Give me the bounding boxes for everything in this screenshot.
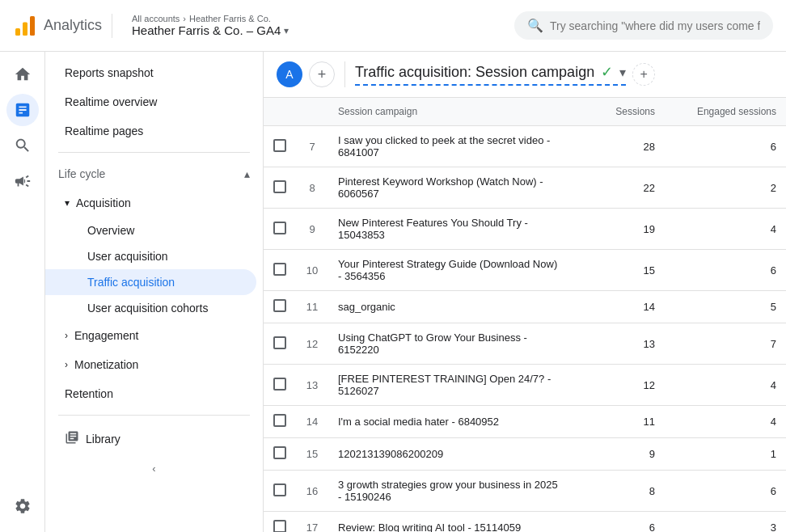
row-checkbox-cell[interactable]	[264, 291, 296, 323]
sidebar-item-user-acquisition-cohorts[interactable]: User acquisition cohorts	[45, 295, 263, 321]
row-engaged-sessions: 6	[665, 471, 786, 512]
advertising-nav-button[interactable]	[6, 165, 39, 197]
home-nav-button[interactable]	[6, 58, 39, 91]
row-number: 14	[296, 406, 328, 438]
logo: Analytics	[13, 14, 112, 38]
row-checkbox[interactable]	[273, 378, 286, 391]
row-number: 8	[296, 167, 328, 209]
row-campaign-name: I saw you clicked to peek at the secret …	[328, 126, 568, 167]
acquisition-group: ▾ Acquisition Overview User acquisition …	[45, 188, 263, 321]
title-dropdown-icon[interactable]: ▾	[619, 65, 626, 80]
table-row: 7 I saw you clicked to peek at the secre…	[264, 126, 786, 167]
sidebar-item-user-acquisition[interactable]: User acquisition	[45, 243, 263, 269]
row-number: 11	[296, 291, 328, 323]
row-checkbox[interactable]	[273, 414, 286, 427]
row-sessions: 12	[568, 365, 665, 406]
row-checkbox[interactable]	[273, 520, 286, 532]
sidebar-item-reports-snapshot[interactable]: Reports snapshot	[45, 58, 263, 87]
col-header-session-campaign[interactable]: Session campaign	[328, 98, 568, 126]
breadcrumb-all-accounts[interactable]: All accounts	[132, 14, 180, 23]
sidebar-item-realtime-pages[interactable]: Realtime pages	[45, 116, 263, 146]
acquisition-parent[interactable]: ▾ Acquisition	[45, 188, 263, 217]
add-tab-button[interactable]: +	[309, 61, 335, 87]
main-layout: Reports snapshot Realtime overview Realt…	[0, 52, 786, 532]
row-checkbox-cell[interactable]	[264, 471, 296, 512]
row-checkbox-cell[interactable]	[264, 323, 296, 365]
row-checkbox-cell[interactable]	[264, 209, 296, 250]
settings-nav-button[interactable]	[6, 490, 39, 522]
row-campaign-name: New Pinterest Features You Should Try - …	[328, 209, 568, 250]
library-icon	[65, 430, 79, 448]
row-sessions: 28	[568, 126, 665, 167]
row-engaged-sessions: 6	[665, 250, 786, 291]
collapse-sidebar-button[interactable]: ‹	[45, 456, 263, 481]
row-number: 13	[296, 365, 328, 406]
collapse-icon: ‹	[152, 462, 155, 475]
monetization-label: Monetization	[74, 358, 138, 371]
table-row: 15 120213139086200209 9 1	[264, 438, 786, 471]
row-checkbox[interactable]	[273, 180, 286, 193]
row-checkbox-cell[interactable]	[264, 365, 296, 406]
row-sessions: 6	[568, 512, 665, 533]
report-title-section: Traffic acquisition: Session campaign ✓ …	[355, 63, 626, 86]
engagement-label: Engagement	[74, 329, 138, 342]
row-campaign-name: 120213139086200209	[328, 438, 568, 471]
account-selector[interactable]: Heather Farris & Co. – GA4 ▾	[132, 23, 289, 37]
sidebar-item-library[interactable]: Library	[45, 422, 263, 456]
row-checkbox-cell[interactable]	[264, 438, 296, 471]
explore-nav-button[interactable]	[6, 129, 39, 162]
col-header-engaged-sessions[interactable]: Engaged sessions	[665, 98, 786, 126]
row-checkbox-cell[interactable]	[264, 406, 296, 438]
breadcrumb-separator: ›	[183, 14, 186, 23]
table-row: 14 I'm a social media hater - 6840952 11…	[264, 406, 786, 438]
row-number: 17	[296, 512, 328, 533]
svg-rect-1	[23, 22, 27, 36]
row-engaged-sessions: 3	[665, 512, 786, 533]
table-container: Session campaign Sessions Engaged sessio…	[264, 98, 786, 532]
row-checkbox[interactable]	[273, 139, 286, 152]
sidebar-item-retention[interactable]: Retention	[45, 379, 263, 408]
row-checkbox-cell[interactable]	[264, 167, 296, 209]
account-section: All accounts › Heather Farris & Co. Heat…	[122, 14, 298, 37]
search-icon: 🔍	[527, 18, 543, 33]
row-campaign-name: Your Pinterest Strategy Guide (Download …	[328, 250, 568, 291]
row-checkbox-cell[interactable]	[264, 512, 296, 533]
col-header-sessions[interactable]: Sessions	[568, 98, 665, 126]
engagement-parent[interactable]: › Engagement	[45, 321, 263, 350]
reports-nav-button[interactable]	[6, 94, 39, 126]
lifecycle-section-header[interactable]: Life cycle ▴	[45, 159, 263, 188]
row-campaign-name: [FREE PINTEREST TRAINING] Open 24/7? - 5…	[328, 365, 568, 406]
row-sessions: 9	[568, 438, 665, 471]
row-number: 16	[296, 471, 328, 512]
row-checkbox[interactable]	[273, 483, 286, 496]
row-checkbox[interactable]	[273, 336, 286, 349]
sidebar-item-realtime-overview[interactable]: Realtime overview	[45, 87, 263, 116]
header-divider	[344, 61, 345, 87]
row-sessions: 22	[568, 167, 665, 209]
row-sessions: 19	[568, 209, 665, 250]
nav-sidebar: Reports snapshot Realtime overview Realt…	[45, 52, 264, 532]
row-checkbox[interactable]	[273, 263, 286, 276]
row-checkbox[interactable]	[273, 446, 286, 459]
table-row: 12 Using ChatGPT to Grow Your Business -…	[264, 323, 786, 365]
table-body: 7 I saw you clicked to peek at the secre…	[264, 126, 786, 533]
monetization-parent[interactable]: › Monetization	[45, 350, 263, 379]
row-number: 10	[296, 250, 328, 291]
row-checkbox-cell[interactable]	[264, 126, 296, 167]
sidebar-item-overview[interactable]: Overview	[45, 217, 263, 243]
table-row: 13 [FREE PINTEREST TRAINING] Open 24/7? …	[264, 365, 786, 406]
row-checkbox-cell[interactable]	[264, 250, 296, 291]
col-header-check	[264, 98, 296, 126]
col-header-num	[296, 98, 328, 126]
search-bar[interactable]: 🔍	[514, 11, 773, 40]
row-sessions: 8	[568, 471, 665, 512]
row-engaged-sessions: 4	[665, 209, 786, 250]
search-input[interactable]	[550, 19, 760, 32]
row-engaged-sessions: 6	[665, 126, 786, 167]
row-checkbox[interactable]	[273, 299, 286, 312]
analytics-logo-icon	[13, 14, 37, 38]
row-checkbox[interactable]	[273, 222, 286, 234]
add-report-button[interactable]: +	[632, 63, 655, 86]
sidebar-item-traffic-acquisition[interactable]: Traffic acquisition	[45, 269, 256, 295]
monetization-expand-icon: ›	[65, 359, 68, 370]
